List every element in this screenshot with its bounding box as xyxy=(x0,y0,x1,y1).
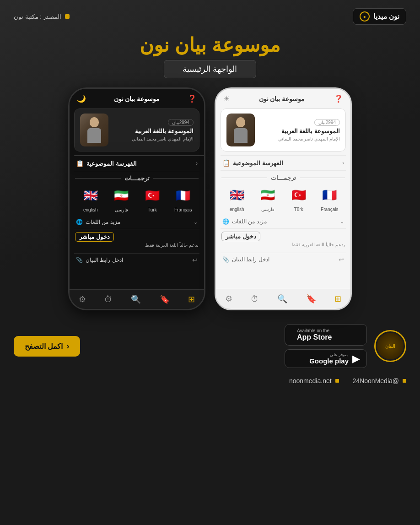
light-flag-english[interactable]: 🇬🇧 english xyxy=(227,185,247,212)
light-input-label: ادخل رابط البيان 📎 xyxy=(222,256,269,263)
subtitle-text: الواجهة الرئيسية xyxy=(164,60,256,78)
turkish-flag: 🇹🇷 xyxy=(142,185,162,206)
light-more-langs-label: مزيد من اللغات 🌐 xyxy=(222,218,267,225)
light-turkish-flag: 🇹🇷 xyxy=(289,185,309,205)
light-nav-grid[interactable]: ⊞ xyxy=(334,294,341,304)
phone-dark: 🌙 موسوعة بيان نون ❓ 2994بيان الموسوعة با… xyxy=(68,87,205,310)
dark-more-langs-text: مزيد من اللغات xyxy=(86,219,120,225)
dark-direct-section: دخول مباشر يدعم حالياً اللغة العربية فقط xyxy=(70,229,204,253)
question-icon: ❓ xyxy=(188,94,197,103)
light-farsi-flag: 🇮🇷 xyxy=(258,185,278,205)
french-flag: 🇫🇷 xyxy=(173,185,193,206)
light-avatar-body xyxy=(234,128,248,143)
light-avatar xyxy=(226,114,255,146)
light-nav-search[interactable]: 🔍 xyxy=(277,294,287,304)
dark-more-langs-label: مزيد من اللغات 🌐 xyxy=(76,219,120,225)
dark-input-label: ادخل رابط البيان 📎 xyxy=(76,257,123,263)
light-flag-farsi[interactable]: 🇮🇷 فارسی xyxy=(258,185,278,212)
globe-icon: 🌐 xyxy=(76,219,83,225)
gp-small-text: متوفر على xyxy=(309,352,349,357)
dark-back-icon: ↩ xyxy=(192,256,198,264)
light-flag-turkish[interactable]: 🇹🇷 Türk xyxy=(289,185,309,212)
dark-trans-title-text: ترجمـــات xyxy=(124,175,150,182)
light-trans-title-text: ترجمـــات xyxy=(271,174,296,181)
english-label: english xyxy=(83,207,98,212)
light-more-langs-text: مزيد من اللغات xyxy=(232,218,267,225)
source-label: المصدر : مكتبة نون xyxy=(14,13,70,20)
dark-trans-section: ترجمـــات 🇫🇷 Français 🇹🇷 Türk 🇮🇷 فارسی xyxy=(70,171,204,217)
input-icon: 📎 xyxy=(76,257,83,263)
light-input-icon: 📎 xyxy=(222,256,229,263)
light-nav-history[interactable]: ⏱ xyxy=(251,294,259,304)
dark-nav-search[interactable]: 🔍 xyxy=(131,294,141,304)
phones-container: 🌙 موسوعة بيان نون ❓ 2994بيان الموسوعة با… xyxy=(0,87,420,310)
footer-dot-1 xyxy=(403,379,406,383)
header: المصدر : مكتبة نون نون ميديا ● xyxy=(0,0,420,29)
dark-direct-input-row[interactable]: ↩ ادخل رابط البيان 📎 xyxy=(70,254,204,266)
dark-topbar-title: موسوعة بيان نون xyxy=(114,95,160,103)
dark-nav-bookmark[interactable]: 🔖 xyxy=(160,294,170,304)
light-bayan-count: 2994بيان xyxy=(314,119,340,126)
dark-index-row[interactable]: ‹ الفهرسة الموضوعية 📋 xyxy=(70,156,204,171)
light-french-flag: 🇫🇷 xyxy=(319,185,339,205)
google-play-icon: ▶ xyxy=(352,353,360,365)
main-title: موسوعة بيان نون xyxy=(0,34,420,56)
turkish-label: Türk xyxy=(148,207,157,212)
dark-avatar xyxy=(80,114,108,146)
light-avatar-placeholder xyxy=(226,114,255,146)
google-play-button[interactable]: ▶ متوفر على Google play xyxy=(285,349,367,368)
dark-flag-english[interactable]: 🇬🇧 english xyxy=(81,185,101,212)
dark-input-text: ادخل رابط البيان xyxy=(86,257,123,263)
light-index-row[interactable]: ‹ الفهرسة الموضوعية 📋 xyxy=(216,156,350,170)
dark-profile-text: 2994بيان الموسوعة باللغة العربية الإمام … xyxy=(113,118,194,142)
dark-flag-turkish[interactable]: 🇹🇷 Türk xyxy=(142,185,162,212)
light-avatar-figure xyxy=(234,117,248,143)
light-nav-bookmark[interactable]: 🔖 xyxy=(306,294,316,304)
avatar-figure xyxy=(87,117,101,143)
sun-icon: ☀ xyxy=(223,94,230,103)
store-section: Available on the App Store ▶ متوفر على G… xyxy=(285,324,406,368)
light-back-icon: ↩ xyxy=(339,256,344,263)
dark-nav-settings[interactable]: ⚙ xyxy=(79,294,86,304)
light-index-text: الفهرسة الموضوعية xyxy=(233,160,283,167)
dark-bayan-count: 2994بيان xyxy=(168,119,194,126)
dark-chevron-icon: ‹ xyxy=(196,160,198,167)
dark-profile-card: 2994بيان الموسوعة باللغة العربية الإمام … xyxy=(74,108,199,152)
app-store-button[interactable]: Available on the App Store xyxy=(285,324,367,346)
bayan-logo: البيان xyxy=(374,330,406,362)
light-flags-row: 🇫🇷 Français 🇹🇷 Türk 🇮🇷 فارسی 🇬🇧 english xyxy=(221,185,345,212)
light-more-langs[interactable]: ⌄ مزيد من اللغات 🌐 xyxy=(216,216,350,228)
brand-logo: نون ميديا ● xyxy=(353,8,406,25)
dark-more-langs[interactable]: ⌄ مزيد من اللغات 🌐 xyxy=(70,217,204,229)
farsi-label: فارسی xyxy=(115,207,128,212)
page-wrapper: المصدر : مكتبة نون نون ميديا ● موسوعة بي… xyxy=(0,0,420,525)
dark-direct-sub: يدعم حالياً اللغة العربية فقط xyxy=(75,243,199,248)
light-trans-title: ترجمـــات xyxy=(221,174,345,181)
light-english-flag: 🇬🇧 xyxy=(227,185,247,205)
page-bottom: ‹ اكمل التصفح Available on the App Store… xyxy=(0,315,420,377)
light-question-icon: ❓ xyxy=(334,94,343,103)
footer-dot-2 xyxy=(335,379,339,383)
dark-flag-french[interactable]: 🇫🇷 Français xyxy=(173,185,193,212)
dark-flag-farsi[interactable]: 🇮🇷 فارسی xyxy=(111,185,131,212)
light-english-label: english xyxy=(230,207,244,212)
dark-profile-sub: الإمام المهدي ناصر محمد اليماني xyxy=(113,136,194,142)
light-direct-input-row[interactable]: ↩ ادخل رابط البيان 📎 xyxy=(216,253,350,266)
source-text: المصدر : مكتبة نون xyxy=(14,13,61,20)
browse-chevron-icon: ‹ xyxy=(66,341,69,351)
light-nav-settings[interactable]: ⚙ xyxy=(225,294,232,304)
dark-nav-grid[interactable]: ⊞ xyxy=(188,294,195,304)
dark-profile-name: الموسوعة باللغة العربية xyxy=(113,127,194,135)
light-flag-french[interactable]: 🇫🇷 Français xyxy=(319,185,339,212)
dark-bottom-nav: ⚙ ⏱ 🔍 🔖 ⊞ xyxy=(70,289,204,309)
light-trans-section: ترجمـــات 🇫🇷 Français 🇹🇷 Türk 🇮🇷 فارسی xyxy=(216,171,350,216)
browse-button[interactable]: ‹ اكمل التصفح xyxy=(14,336,80,357)
source-dot xyxy=(65,14,70,19)
light-french-label: Français xyxy=(321,207,338,212)
dark-direct-title-text: دخول مباشر xyxy=(79,233,110,240)
dark-more-chevron: ⌄ xyxy=(194,219,198,225)
dark-nav-history[interactable]: ⏱ xyxy=(104,295,113,304)
french-label: Français xyxy=(174,207,192,212)
gp-large-text: Google play xyxy=(309,357,349,365)
moon-icon: 🌙 xyxy=(77,94,86,103)
